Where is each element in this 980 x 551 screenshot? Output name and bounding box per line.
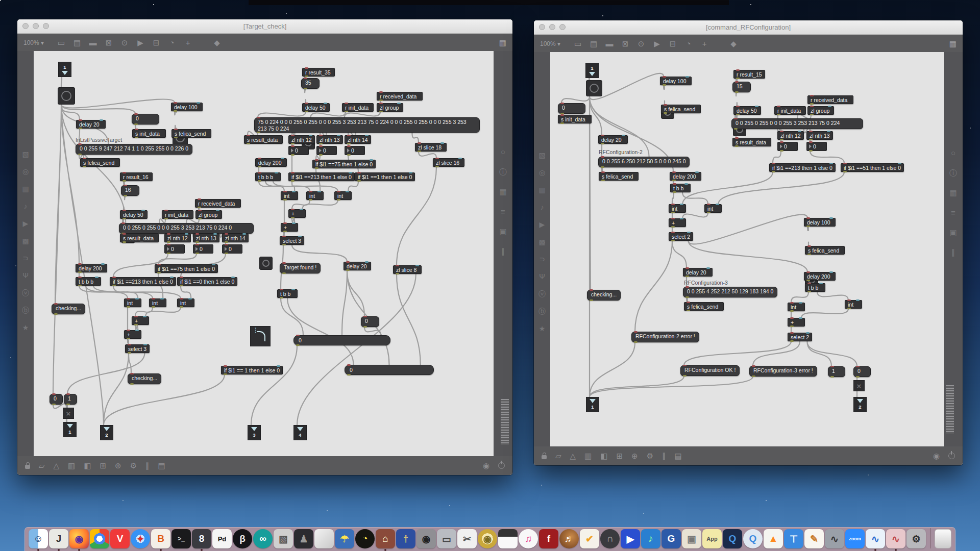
lock-icon[interactable] bbox=[542, 455, 547, 459]
message-box[interactable]: 0 0 255 4 252 212 50 129 183 194 0 bbox=[683, 287, 777, 297]
patcher-outlet[interactable]: 2 bbox=[100, 425, 113, 440]
button-icon[interactable]: ⊙ bbox=[636, 35, 646, 53]
object-box[interactable]: delay 50 bbox=[733, 106, 761, 115]
scissors-app-icon[interactable]: ✂ bbox=[457, 529, 477, 548]
object-box[interactable]: delay 20 bbox=[598, 135, 628, 144]
plug-icon[interactable]: Ψ bbox=[539, 273, 545, 280]
wrench-icon[interactable]: ⚙ bbox=[130, 461, 137, 470]
camera-icon[interactable]: ▣ bbox=[949, 229, 957, 236]
object-box[interactable]: zl slice 8 bbox=[393, 265, 422, 274]
number-box-icon[interactable]: ⊟ bbox=[152, 34, 161, 52]
quicktime-dark-icon[interactable]: Q bbox=[723, 529, 742, 548]
object-box[interactable]: + bbox=[669, 218, 686, 227]
message-box[interactable]: 35 bbox=[301, 78, 320, 89]
mixer-bars-icon[interactable]: ∥ bbox=[145, 461, 150, 470]
object-box[interactable]: zl nth 12 bbox=[164, 234, 191, 242]
bbedit-icon[interactable]: B bbox=[151, 529, 170, 548]
object-box[interactable]: int bbox=[306, 191, 324, 200]
object-box[interactable]: if $i1 ==75 then 1 else 0 bbox=[155, 264, 218, 273]
object-box[interactable]: delay 200 bbox=[76, 264, 107, 272]
trackpad-icon[interactable] bbox=[314, 529, 334, 548]
grid-snap-icon[interactable]: ⊞ bbox=[616, 452, 623, 461]
patcher-outlet[interactable]: 3 bbox=[248, 425, 261, 440]
object-box[interactable]: r received_data bbox=[807, 95, 853, 104]
camera-app-icon[interactable]: ◉ bbox=[416, 529, 436, 548]
waveform-app-icon[interactable]: ∿ bbox=[886, 529, 905, 548]
garageband-icon[interactable]: ♬ bbox=[559, 529, 579, 548]
firefox-icon[interactable]: ◉ bbox=[69, 529, 89, 548]
object-box[interactable]: if $i1 ==213 then 1 else 0 bbox=[110, 277, 176, 286]
object-box[interactable]: delay 100 bbox=[660, 77, 692, 85]
object-box[interactable]: int bbox=[788, 303, 805, 311]
layers-icon[interactable]: ▥ bbox=[584, 452, 592, 461]
number-box[interactable]: 0 bbox=[193, 244, 213, 254]
object-box[interactable]: select 3 bbox=[125, 344, 150, 353]
object-box[interactable]: t b b bbox=[670, 184, 691, 192]
object-box[interactable]: select 2 bbox=[788, 333, 812, 341]
object-box[interactable]: t b b bbox=[805, 283, 825, 292]
film-icon[interactable]: ▶ bbox=[540, 221, 545, 228]
image-icon[interactable]: ▩ bbox=[22, 237, 29, 244]
object-box[interactable]: s init_data bbox=[558, 115, 592, 123]
grid-toggle-icon[interactable]: ▦ bbox=[949, 39, 957, 48]
gear-app-icon[interactable]: ⚙ bbox=[906, 529, 926, 548]
message-box[interactable]: 0 0 255 6 250 212 50 5 0 0 0 245 0 bbox=[598, 157, 690, 167]
speaker-doc-icon[interactable]: ◧ bbox=[84, 461, 91, 470]
beta-app-icon[interactable]: β bbox=[233, 529, 252, 548]
object-box[interactable]: delay 20 bbox=[344, 262, 371, 270]
speaker-doc-icon[interactable]: ◧ bbox=[600, 452, 607, 461]
message-box[interactable]: 1 bbox=[828, 366, 845, 377]
vlc-icon[interactable]: ▲ bbox=[764, 529, 783, 548]
patcher-outlet[interactable]: 1 bbox=[586, 397, 599, 412]
v-badge-icon[interactable]: ⓥ bbox=[22, 289, 29, 296]
new-message-icon[interactable]: ▤ bbox=[589, 35, 598, 53]
patcher-inlet[interactable]: 1 bbox=[58, 62, 71, 77]
bang-button[interactable] bbox=[259, 257, 273, 270]
object-box[interactable]: if $i1 ==213 then 1 else 0 bbox=[769, 163, 836, 172]
object-box[interactable]: delay 200 bbox=[255, 158, 287, 167]
comment-icon[interactable]: ▬ bbox=[88, 34, 97, 52]
app-note-icon[interactable]: App bbox=[702, 529, 722, 548]
object-box[interactable]: + bbox=[788, 318, 805, 327]
grid-toggle-icon[interactable]: ▦ bbox=[499, 38, 506, 47]
object-box[interactable]: if $i1 ==213 then 1 else 0 bbox=[288, 172, 355, 181]
patcher-outlet[interactable]: 4 bbox=[293, 425, 307, 440]
g-app-icon[interactable]: G bbox=[662, 529, 681, 548]
number-box[interactable]: 0 bbox=[288, 146, 309, 155]
object-box[interactable]: select 3 bbox=[280, 236, 304, 245]
new-object-icon[interactable]: ▭ bbox=[573, 35, 582, 53]
object-box[interactable]: delay 20 bbox=[683, 268, 713, 277]
mixer-icon[interactable]: ∥ bbox=[951, 248, 955, 256]
number-box[interactable]: 0 bbox=[316, 146, 337, 155]
object-box[interactable]: s felica_send bbox=[172, 129, 211, 138]
new-message-icon[interactable]: ▤ bbox=[72, 34, 82, 52]
arduino-icon[interactable]: ∞ bbox=[253, 529, 273, 548]
star-icon[interactable]: ★ bbox=[539, 325, 546, 332]
minimize-button[interactable] bbox=[549, 24, 555, 30]
object-box[interactable]: zl slice 18 bbox=[415, 143, 447, 152]
chrome-icon[interactable] bbox=[90, 529, 109, 548]
object-box[interactable]: if $i1 ==51 then 1 else 0 bbox=[841, 163, 904, 172]
terminal-icon[interactable]: >_ bbox=[172, 529, 191, 548]
comment-icon[interactable]: ▬ bbox=[605, 35, 614, 53]
presentation-icon[interactable]: △ bbox=[570, 452, 576, 461]
star-icon[interactable]: ★ bbox=[22, 324, 29, 331]
paperclip-icon[interactable]: ⊃ bbox=[22, 255, 29, 262]
target-icon[interactable]: ◎ bbox=[22, 168, 29, 175]
info-icon[interactable]: ⓘ bbox=[499, 168, 507, 176]
object-box[interactable]: if $i1 ==75 then 1 else 0 bbox=[312, 160, 376, 168]
zoom-button[interactable] bbox=[559, 24, 566, 30]
camera-icon[interactable]: ▣ bbox=[499, 228, 506, 235]
list-icon[interactable]: ≡ bbox=[501, 208, 505, 215]
select-tool-icon[interactable]: ▱ bbox=[39, 461, 45, 470]
paperclip-icon[interactable]: ⊃ bbox=[539, 256, 545, 263]
puredata-icon[interactable]: Pd bbox=[212, 529, 232, 548]
youtube-app-icon[interactable]: ▶ bbox=[621, 529, 640, 548]
message-bar[interactable]: 0 bbox=[345, 365, 434, 375]
film-icon[interactable]: ▶ bbox=[23, 220, 29, 227]
search-icon[interactable]: ○ bbox=[951, 149, 955, 157]
target-icon[interactable]: ◎ bbox=[539, 169, 545, 176]
object-box[interactable]: r init_data bbox=[162, 210, 193, 219]
photos-app-icon[interactable]: ▣ bbox=[682, 529, 701, 548]
toggle-box[interactable]: × bbox=[63, 408, 74, 419]
